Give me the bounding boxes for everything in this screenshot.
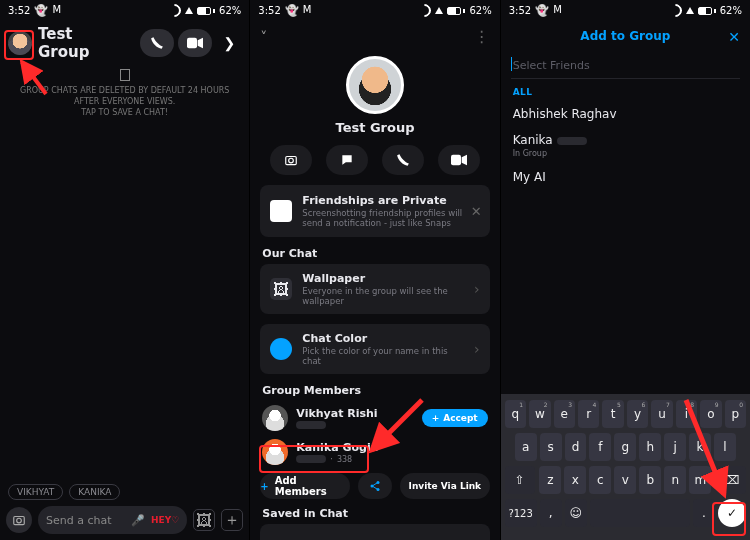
snap-button[interactable] — [270, 145, 312, 175]
key-g[interactable]: g — [614, 433, 636, 461]
gallery-button[interactable]: 🖼 — [193, 509, 215, 531]
group-members-label: Group Members — [262, 384, 487, 397]
status-bar: 3:52 👻 M 62% — [0, 0, 249, 19]
battery-pct: 62% — [219, 5, 241, 16]
key-i[interactable]: i8 — [676, 400, 697, 428]
video-call-button[interactable] — [178, 29, 212, 57]
close-button[interactable]: ✕ — [728, 29, 740, 45]
info-line2: TAP TO SAVE A CHAT! — [10, 107, 239, 118]
add-members-button[interactable]: +Add Members — [260, 473, 350, 499]
shift-key[interactable]: ⇧ — [505, 466, 535, 494]
key-f[interactable]: f — [589, 433, 611, 461]
mail-icon: M — [52, 4, 61, 15]
close-icon[interactable]: ✕ — [471, 204, 482, 219]
key-n[interactable]: n — [664, 466, 686, 494]
key-u[interactable]: u7 — [651, 400, 672, 428]
invite-link-button[interactable]: Invite Via Link — [400, 473, 490, 499]
key-x[interactable]: x — [564, 466, 586, 494]
dismiss-chevron[interactable]: ˅ — [260, 29, 267, 45]
mic-icon[interactable]: 🎤 — [131, 514, 145, 527]
battery-icon — [197, 7, 215, 15]
key-k[interactable]: k — [689, 433, 711, 461]
add-button[interactable]: ＋ — [221, 509, 243, 531]
search-placeholder: Select Friends — [513, 59, 590, 72]
key-z[interactable]: z — [539, 466, 561, 494]
friend-row-2[interactable]: Kanika In Group — [501, 127, 750, 164]
chip-vikhyat[interactable]: VIKHYAT — [8, 484, 63, 500]
wallpaper-row[interactable]: 🖼 Wallpaper Everyone in the group will s… — [260, 264, 489, 314]
signal-icon — [435, 7, 443, 14]
backspace-key[interactable]: ⌫ — [716, 466, 746, 494]
chip-kanika[interactable]: KANIKA — [69, 484, 120, 500]
key-j[interactable]: j — [664, 433, 686, 461]
friend-name: Kanika — [513, 133, 553, 147]
key-m[interactable]: m — [689, 466, 711, 494]
key-q[interactable]: q1 — [505, 400, 526, 428]
chevron-right-icon[interactable]: ❯ — [218, 35, 242, 51]
saved-placeholder — [260, 524, 489, 540]
more-menu[interactable]: ⋮ — [474, 27, 490, 46]
obscured — [296, 421, 326, 429]
accept-button[interactable]: +Accept — [422, 409, 488, 427]
screen-chat: 3:52 👻 M 62% Test Group — [0, 0, 250, 540]
search-input[interactable]: Select Friends — [511, 53, 740, 79]
key-o[interactable]: o9 — [700, 400, 721, 428]
key-d[interactable]: d — [565, 433, 587, 461]
group-avatar-large[interactable] — [346, 56, 404, 114]
camera-button[interactable] — [6, 507, 32, 533]
key-y[interactable]: y6 — [627, 400, 648, 428]
key-e[interactable]: e3 — [554, 400, 575, 428]
status-bar: 3:52 👻 M 62% — [250, 0, 499, 19]
chat-button[interactable] — [326, 145, 368, 175]
key-h[interactable]: h — [639, 433, 661, 461]
signal-icon — [686, 7, 694, 14]
key-b[interactable]: b — [639, 466, 661, 494]
add-to-group-header: Add to Group ✕ — [501, 19, 750, 53]
key-r[interactable]: r4 — [578, 400, 599, 428]
key-p[interactable]: p0 — [725, 400, 746, 428]
svg-rect-0 — [187, 38, 197, 49]
key-c[interactable]: c — [589, 466, 611, 494]
chat-color-row[interactable]: Chat Color Pick the color of your name i… — [260, 324, 489, 374]
member-row-2[interactable]: Kanika Gogia · 338 — [250, 435, 499, 469]
emoji-key[interactable]: ☺ — [565, 499, 587, 527]
group-title[interactable]: Test Group — [38, 25, 128, 61]
enter-key[interactable]: ✓ — [718, 499, 746, 527]
key-v[interactable]: v — [614, 466, 636, 494]
battery-icon — [447, 7, 465, 15]
comma-key[interactable]: , — [540, 499, 562, 527]
chat-input[interactable]: Send a chat 🎤 HEY♡ — [38, 506, 187, 534]
call-button[interactable] — [382, 145, 424, 175]
member-sub: · 338 — [296, 455, 378, 464]
key-a[interactable]: a — [515, 433, 537, 461]
screen-add-to-group: 3:52 👻 M 62% Add to Group ✕ Select Frien… — [501, 0, 750, 540]
key-t[interactable]: t5 — [602, 400, 623, 428]
key-l[interactable]: l — [714, 433, 736, 461]
video-button[interactable] — [438, 145, 480, 175]
friendship-card[interactable]: Friendships are Private Screenshotting f… — [260, 185, 489, 237]
mail-icon: M — [303, 4, 312, 15]
wifi-icon — [168, 4, 181, 17]
video-icon — [187, 37, 203, 49]
triptych: 3:52 👻 M 62% Test Group — [0, 0, 750, 540]
space-key[interactable] — [590, 499, 690, 527]
symbols-key[interactable]: ?123 — [505, 499, 537, 527]
member-row-1[interactable]: Vikhyat Rishi +Accept — [250, 401, 499, 435]
sticker-hey[interactable]: HEY♡ — [151, 515, 179, 525]
obscured — [557, 137, 587, 145]
chat-color-icon — [270, 338, 292, 360]
info-line1: GROUP CHATS ARE DELETED BY DEFAULT 24 HO… — [10, 85, 239, 107]
share-button[interactable] — [358, 473, 392, 499]
kb-row2: asdfghjkl — [505, 433, 746, 461]
group-avatar[interactable] — [8, 31, 32, 55]
friend-row-1[interactable]: Abhishek Raghav — [501, 101, 750, 127]
period-key[interactable]: . — [693, 499, 715, 527]
wifi-icon — [418, 4, 431, 17]
friendship-sub: Screenshotting friendship profiles will … — [302, 208, 479, 228]
key-s[interactable]: s — [540, 433, 562, 461]
audio-call-button[interactable] — [140, 29, 174, 57]
wallpaper-title: Wallpaper — [302, 272, 464, 285]
friend-row-3[interactable]: My AI — [501, 164, 750, 190]
key-w[interactable]: w2 — [529, 400, 550, 428]
chat-color-sub: Pick the color of your name in this chat — [302, 346, 464, 366]
